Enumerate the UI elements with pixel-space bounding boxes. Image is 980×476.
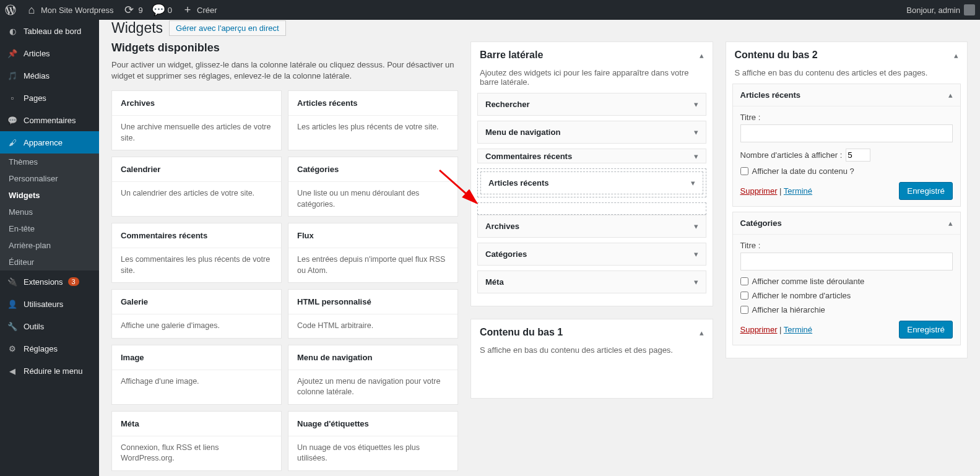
sidebar-area-title: Barre latérale (480, 50, 700, 61)
chevron-up-icon: ▴ (948, 219, 953, 228)
wp-logo[interactable] (5, 4, 16, 15)
submenu-menus[interactable]: Menus (0, 204, 99, 220)
bottom2-area-header[interactable]: Contenu du bas 2 ▴ (726, 42, 968, 68)
site-link[interactable]: ⌂Mon Site Wordpress (26, 4, 114, 15)
recent-posts-showdate-checkbox[interactable] (740, 167, 748, 175)
placed-widget-categories: Catégories ▴ Titre : Afficher comme list… (732, 212, 961, 345)
sliders-icon: ⚙ (6, 342, 19, 355)
available-widget[interactable]: HTML personnaliséCode HTML arbitraire. (288, 289, 458, 339)
chevron-down-icon: ▾ (691, 178, 695, 188)
available-widget-desc: Une archive mensuelle des articles de vo… (112, 116, 281, 150)
user-icon: 👤 (6, 298, 19, 310)
menu-plugins[interactable]: 🔌Extensions 3 (0, 270, 99, 293)
available-widget-desc: Code HTML arbitraire. (288, 314, 457, 338)
available-widget[interactable]: ArchivesUne archive mensuelle des articl… (111, 90, 282, 150)
user-greeting[interactable]: Bonjour, admin (906, 4, 975, 15)
placed-widget-header[interactable]: Archives▾ (478, 215, 706, 237)
updates-icon: ⟳ (124, 4, 135, 15)
available-widget-desc: Affichage d'une image. (112, 370, 281, 394)
categories-save-button[interactable]: Enregistré (899, 321, 953, 339)
available-widget-title: Méta (112, 412, 281, 436)
available-widget-desc: Les articles les plus récents de votre s… (288, 116, 457, 139)
menu-settings[interactable]: ⚙Réglages (0, 337, 99, 360)
placed-widget-header[interactable]: Méta▾ (478, 271, 706, 293)
available-widget[interactable]: MétaConnexion, flux RSS et liens WordPre… (111, 411, 282, 471)
submenu-editor[interactable]: Éditeur (0, 254, 99, 270)
available-widget[interactable]: Articles récentsLes articles les plus ré… (288, 90, 458, 150)
drop-zone[interactable]: Articles récents▾ (477, 168, 706, 197)
available-widget[interactable]: CalendrierUn calendrier des articles de … (111, 157, 282, 217)
recent-posts-count-label: Nombre d'articles à afficher : (740, 150, 843, 160)
comment-icon: 💬 (6, 114, 19, 126)
available-widget[interactable]: Nuage d'étiquettesUn nuage de vos étique… (288, 411, 458, 471)
categories-title-input[interactable] (740, 253, 953, 270)
placed-widget: Archives▾ (477, 215, 706, 238)
menu-media[interactable]: 🎵Médias (0, 64, 99, 87)
placed-widget-header[interactable]: Rechercher▾ (478, 93, 706, 115)
dragging-widget[interactable]: Articles récents▾ (480, 171, 703, 194)
greeting-text: Bonjour, admin (906, 6, 960, 15)
manage-live-button[interactable]: Gérer avec l'aperçu en direct (169, 20, 286, 36)
available-widget-title: Menu de navigation (288, 345, 457, 370)
available-widget-title: HTML personnalisé (288, 290, 457, 314)
menu-pages[interactable]: ▫Pages (0, 87, 99, 109)
menu-tools[interactable]: 🔧Outils (0, 315, 99, 337)
available-widget[interactable]: Menu de navigationAjoutez un menu de nav… (288, 345, 458, 405)
menu-comments[interactable]: 💬Commentaires (0, 109, 99, 131)
available-widget-title: Catégories (288, 157, 457, 182)
categories-done-link[interactable]: Terminé (784, 325, 812, 334)
recent-posts-header[interactable]: Articles récents ▴ (733, 84, 961, 106)
categories-dropdown-checkbox[interactable] (740, 277, 748, 285)
create-link[interactable]: +Créer (182, 4, 217, 15)
sidebar-area-header[interactable]: Barre latérale ▴ (471, 42, 713, 68)
site-name: Mon Site Wordpress (41, 6, 114, 15)
available-widgets-title: Widgets disponibles (111, 41, 458, 54)
categories-delete-link[interactable]: Supprimer (740, 325, 778, 334)
submenu-background[interactable]: Arrière-plan (0, 237, 99, 254)
recent-posts-done-link[interactable]: Terminé (784, 186, 812, 196)
recent-posts-count-input[interactable] (846, 149, 870, 162)
recent-posts-save-button[interactable]: Enregistré (899, 182, 953, 200)
submenu-customize[interactable]: Personnaliser (0, 170, 99, 187)
placed-widget-header[interactable]: Catégories▾ (478, 243, 706, 265)
placed-widget-header[interactable]: Menu de navigation▾ (478, 121, 706, 143)
bottom1-area-header[interactable]: Contenu du bas 1 ▴ (471, 319, 713, 345)
updates-count: 9 (139, 6, 143, 15)
available-widget[interactable]: CatégoriesUne liste ou un menu déroulant… (288, 157, 458, 217)
categories-hierarchy-checkbox[interactable] (740, 306, 748, 314)
available-widget-desc: Un calendrier des articles de votre site… (112, 182, 281, 206)
available-widget[interactable]: Commentaires récentsLes commentaires les… (111, 223, 282, 283)
submenu-header[interactable]: En-tête (0, 220, 99, 237)
submenu-widgets[interactable]: Widgets (0, 187, 99, 204)
page-header: Widgets Gérer avec l'aperçu en direct (111, 20, 968, 41)
menu-dashboard[interactable]: ◐Tableau de bord (0, 20, 99, 42)
menu-appearance[interactable]: 🖌Apparence (0, 131, 99, 154)
categories-header[interactable]: Catégories ▴ (733, 212, 961, 234)
plugin-icon: 🔌 (6, 275, 19, 288)
chevron-up-icon: ▴ (700, 51, 704, 60)
chevron-up-icon: ▴ (954, 51, 958, 60)
comments-link[interactable]: 💬0 (153, 4, 172, 15)
submenu-themes[interactable]: Thèmes (0, 154, 99, 170)
available-widget-title: Archives (112, 91, 281, 116)
dashboard-icon: ◐ (6, 25, 19, 37)
available-widgets-desc: Pour activer un widget, glissez-le dans … (111, 59, 458, 82)
brush-icon: 🖌 (6, 136, 19, 149)
pages-icon: ▫ (6, 92, 19, 104)
chevron-down-icon: ▾ (694, 277, 698, 287)
available-widget-desc: Une liste ou un menu déroulant des catég… (288, 182, 457, 216)
menu-posts[interactable]: 📌Articles (0, 42, 99, 64)
placed-widget-header[interactable]: Commentaires récents▾ (478, 149, 706, 163)
menu-collapse[interactable]: ◀Réduire le menu (0, 360, 99, 382)
available-widget[interactable]: FluxLes entrées depuis n'importe quel fl… (288, 223, 458, 283)
categories-count-checkbox[interactable] (740, 292, 748, 300)
available-widget-desc: Les commentaires les plus récents de vot… (112, 248, 281, 282)
menu-users[interactable]: 👤Utilisateurs (0, 293, 99, 315)
available-widget[interactable]: ImageAffichage d'une image. (111, 345, 282, 405)
placed-widget-recent-posts: Articles récents ▴ Titre : Nombre d'arti… (732, 84, 961, 207)
recent-posts-delete-link[interactable]: Supprimer (740, 186, 778, 196)
bottom1-area-title: Contenu du bas 1 (480, 327, 700, 338)
available-widget[interactable]: GalerieAffiche une galerie d'images. (111, 289, 282, 339)
recent-posts-title-input[interactable] (740, 124, 953, 142)
updates-link[interactable]: ⟳9 (124, 4, 143, 15)
